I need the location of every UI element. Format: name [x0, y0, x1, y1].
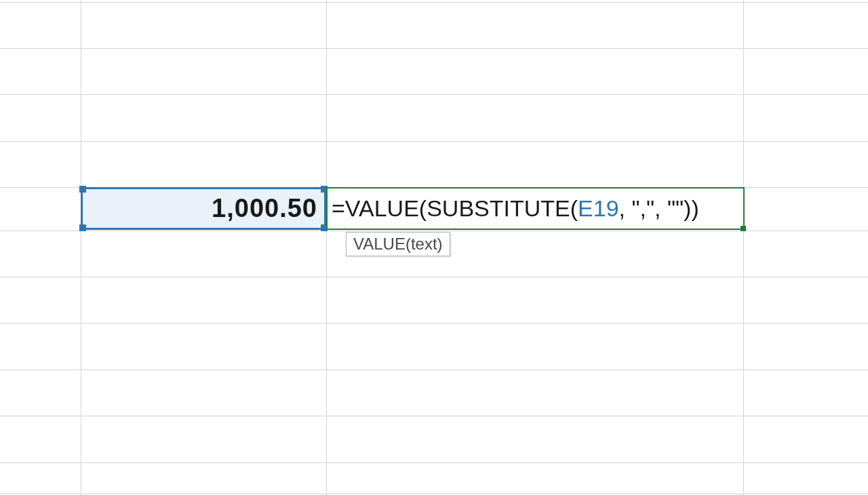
function-tooltip[interactable]: VALUE(text)	[346, 232, 450, 256]
grid-line	[326, 0, 327, 495]
active-cell[interactable]: =VALUE(SUBSTITUTE(E19, ",", ""))	[326, 187, 745, 230]
grid-line	[0, 462, 868, 463]
grid-line	[0, 370, 868, 370]
spreadsheet-grid: 1,000.50 =VALUE(SUBSTITUTE(E19, ",", "")…	[0, 0, 868, 495]
grid-line	[0, 277, 868, 277]
grid-line	[0, 141, 868, 142]
referenced-cell[interactable]: 1,000.50	[81, 187, 326, 230]
formula-input[interactable]: =VALUE(SUBSTITUTE(E19, ",", ""))	[332, 195, 699, 222]
grid-line	[0, 2, 868, 3]
grid-line	[0, 94, 868, 95]
grid-line	[81, 0, 81, 495]
tooltip-text: VALUE(text)	[353, 235, 443, 253]
grid-line	[0, 416, 868, 416]
formula-text: =VALUE(SUBSTITUTE(	[332, 195, 578, 222]
formula-reference: E19	[578, 195, 619, 222]
cell-value: 1,000.50	[212, 194, 317, 223]
selection-handle-icon[interactable]	[79, 224, 86, 231]
fill-handle-icon[interactable]	[741, 226, 746, 231]
grid-line	[743, 0, 744, 495]
grid-line	[0, 231, 868, 231]
selection-handle-icon[interactable]	[79, 186, 86, 193]
grid-line	[0, 494, 868, 494]
grid-line	[0, 323, 868, 323]
grid-line	[0, 48, 868, 49]
formula-text: , ",", ""))	[619, 195, 699, 222]
